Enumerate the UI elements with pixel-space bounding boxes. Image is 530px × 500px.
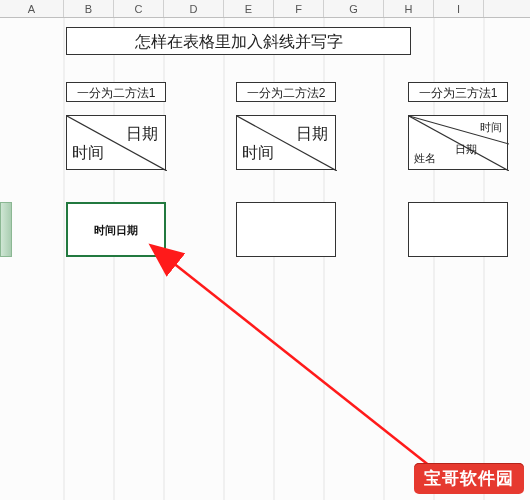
method-label-1: 一分为二方法1: [66, 82, 166, 102]
col-header-D[interactable]: D: [164, 0, 224, 17]
col-header-G[interactable]: G: [324, 0, 384, 17]
selected-cell[interactable]: 时间日期: [66, 202, 166, 257]
cell3-bottom-label: 姓名: [414, 153, 436, 164]
watermark-badge: 宝哥软件园: [414, 463, 524, 494]
method-label-3: 一分为三方法1: [408, 82, 508, 102]
empty-cell-3[interactable]: [408, 202, 508, 257]
cell1-top-label: 日期: [126, 126, 158, 142]
cell2-bottom-label: 时间: [242, 145, 274, 161]
empty-cell-2[interactable]: [236, 202, 336, 257]
col-header-A[interactable]: A: [0, 0, 64, 17]
svg-line-14: [172, 262, 445, 478]
method-label-2: 一分为二方法2: [236, 82, 336, 102]
diagonal-cell-2[interactable]: 日期 时间: [236, 115, 336, 170]
fill-handle[interactable]: [161, 252, 168, 259]
col-header-I[interactable]: I: [434, 0, 484, 17]
diagonal-cell-3[interactable]: 时间 日期 姓名: [408, 115, 508, 170]
col-header-B[interactable]: B: [64, 0, 114, 17]
page-title: 怎样在表格里加入斜线并写字: [66, 27, 411, 55]
cell1-bottom-label: 时间: [72, 145, 104, 161]
row-selector[interactable]: [0, 202, 12, 257]
col-header-C[interactable]: C: [114, 0, 164, 17]
diagonal-cell-1[interactable]: 日期 时间: [66, 115, 166, 170]
column-header-row: A B C D E F G H I: [0, 0, 530, 18]
col-header-H[interactable]: H: [384, 0, 434, 17]
col-header-F[interactable]: F: [274, 0, 324, 17]
col-header-E[interactable]: E: [224, 0, 274, 17]
cell3-middle-label: 日期: [455, 144, 477, 155]
selected-cell-text: 时间日期: [94, 222, 138, 237]
cell3-right-label: 时间: [480, 122, 502, 133]
cell2-top-label: 日期: [296, 126, 328, 142]
